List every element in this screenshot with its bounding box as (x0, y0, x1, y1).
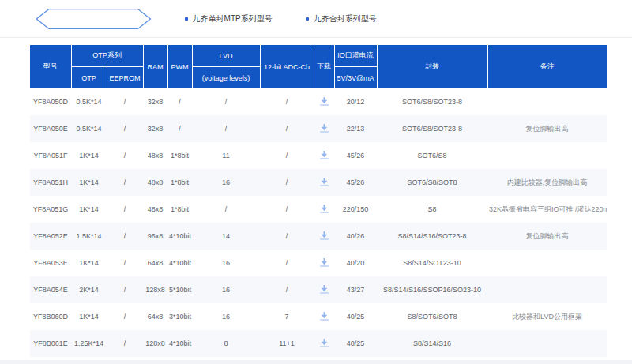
download-arrow-glyph (319, 258, 329, 267)
cell-adc: / (260, 88, 314, 115)
cell-package: S8/S14/S16/SSOP16/SO23-10 (377, 276, 487, 303)
cell-adc: 7 (260, 303, 314, 330)
cell-lvd: / (192, 196, 260, 223)
download-icon[interactable] (319, 339, 329, 347)
cell-pwm: 5*10bit (167, 276, 192, 303)
header-remark: 备注 (487, 45, 607, 88)
cell-lvd: 11 (192, 142, 260, 169)
tab-bullet-icon (306, 17, 309, 21)
cell-download (314, 196, 334, 223)
download-arrow-glyph (319, 124, 329, 133)
tab-mtp-series[interactable]: 九齐单封MTP系列型号 (185, 13, 273, 24)
cell-pwm: / (167, 115, 192, 142)
cell-lvd: 14 (192, 223, 260, 250)
download-arrow-glyph (319, 339, 329, 347)
cell-eeprom: / (107, 250, 143, 276)
download-icon[interactable] (319, 285, 329, 294)
download-icon[interactable] (319, 312, 329, 321)
download-icon[interactable] (319, 205, 329, 213)
cell-io: 40/20 (334, 250, 377, 276)
download-arrow-glyph (319, 151, 329, 159)
cell-ram: 48x8 (143, 196, 167, 223)
cell-model: YF8A054E (30, 276, 71, 303)
cell-model: YF8A053E (30, 250, 71, 276)
table-row: YF8A051G1K*14/48x81*8bit//220/150S832K晶振… (30, 196, 607, 223)
cell-pwm: 4*10bit (167, 223, 192, 250)
header-model: 型号 (30, 45, 71, 88)
cell-package: SOT6/S8/SOT23-8 (377, 115, 487, 142)
cell-otp: 1.5K*14 (71, 223, 107, 250)
tab-combined-series[interactable]: 九齐合封系列型号 (306, 13, 377, 24)
cell-model: YF8B061E (30, 330, 71, 357)
series-tab-bar: 九齐单封OTP系列型号 九齐单封MTP系列型号 九齐合封系列型号 (0, 0, 632, 38)
table-row: YF8A054E2K*14/128x85*10bit16/43/27S8/S14… (30, 276, 607, 303)
cell-remark (487, 330, 607, 357)
cell-eeprom: / (107, 223, 143, 250)
cell-download (314, 88, 334, 115)
cell-eeprom: / (107, 169, 143, 196)
download-icon[interactable] (319, 231, 329, 240)
cell-otp: 1K*14 (71, 250, 107, 276)
table-row: YF8B060D1K*14/64x83*10bit16740/25S8/SOT6… (30, 303, 607, 330)
download-arrow-glyph (319, 205, 329, 213)
header-adc: 12-bit ADC-Ch (260, 45, 314, 88)
header-pwm: PWM (167, 45, 192, 88)
cell-download (314, 142, 334, 169)
cell-pwm: 1*8bit (167, 142, 192, 169)
cell-io: 40/25 (334, 330, 377, 357)
header-lvd: LVD (192, 45, 260, 67)
download-icon[interactable] (319, 178, 329, 186)
cell-adc: / (260, 142, 314, 169)
download-icon[interactable] (319, 258, 329, 267)
cell-package: S8/SOT6/SOT8 (377, 303, 487, 330)
cell-package: SOT6/S8/SOT8 (377, 169, 487, 196)
cell-remark: 复位脚输出高 (487, 223, 607, 250)
cell-ram: 64x8 (143, 303, 167, 330)
table-row: YF8A050E0.5K*14/32x8///22/13SOT6/S8/SOT2… (30, 115, 607, 142)
cell-pwm: 4*10bit (167, 250, 192, 276)
cell-remark: 复位脚输出高 (487, 115, 607, 142)
download-arrow-glyph (319, 97, 329, 106)
header-io-current: IO口灌电流 (334, 45, 377, 67)
cell-package: S8/S14/S16/SOT23-8 (377, 223, 487, 250)
cell-adc: / (260, 276, 314, 303)
cell-download (314, 169, 334, 196)
cell-download (314, 276, 334, 303)
cell-ram: 96x8 (143, 223, 167, 250)
cell-package: S8 (377, 196, 487, 223)
cell-otp: 1K*14 (71, 169, 107, 196)
download-icon[interactable] (319, 124, 329, 133)
cell-eeprom: / (107, 330, 143, 357)
download-icon[interactable] (319, 97, 329, 106)
cell-lvd: 16 (192, 276, 260, 303)
cell-model: YF8A051F (30, 142, 71, 169)
download-icon[interactable] (319, 151, 329, 159)
cell-io: 45/26 (334, 142, 377, 169)
cell-model: YF8A051H (30, 169, 71, 196)
cell-io: 20/12 (334, 88, 377, 115)
cell-ram: 128x8 (143, 330, 167, 357)
cell-pwm: 1*8bit (167, 196, 192, 223)
cell-model: YF8A051G (30, 196, 71, 223)
header-io-units: 5V/3V@mA (334, 67, 377, 89)
cell-otp: 1.25K*14 (71, 330, 107, 357)
tab-bullet-icon (50, 17, 53, 21)
tab-bullet-icon (185, 17, 188, 21)
download-arrow-glyph (319, 312, 329, 321)
cell-otp: 1K*14 (71, 142, 107, 169)
header-otp: OTP (71, 67, 107, 89)
cell-io: 43/27 (334, 276, 377, 303)
cell-package: S8/S14/SOT23-10 (377, 250, 487, 276)
cell-lvd: 8 (192, 330, 260, 357)
cell-pwm: 1*8bit (167, 169, 192, 196)
table-row: YF8A052E1.5K*14/96x84*10bit14/40/26S8/S1… (30, 223, 607, 250)
cell-pwm: 4*10bit (167, 330, 192, 357)
cell-otp: 1K*14 (71, 303, 107, 330)
header-ram: RAM (143, 45, 167, 88)
cell-ram: 32x8 (143, 115, 167, 142)
download-arrow-glyph (319, 231, 329, 240)
tab-label: 九齐合封系列型号 (314, 13, 377, 24)
cell-io: 22/13 (334, 115, 377, 142)
tab-otp-series[interactable]: 九齐单封OTP系列型号 (36, 8, 152, 30)
cell-download (314, 115, 334, 142)
